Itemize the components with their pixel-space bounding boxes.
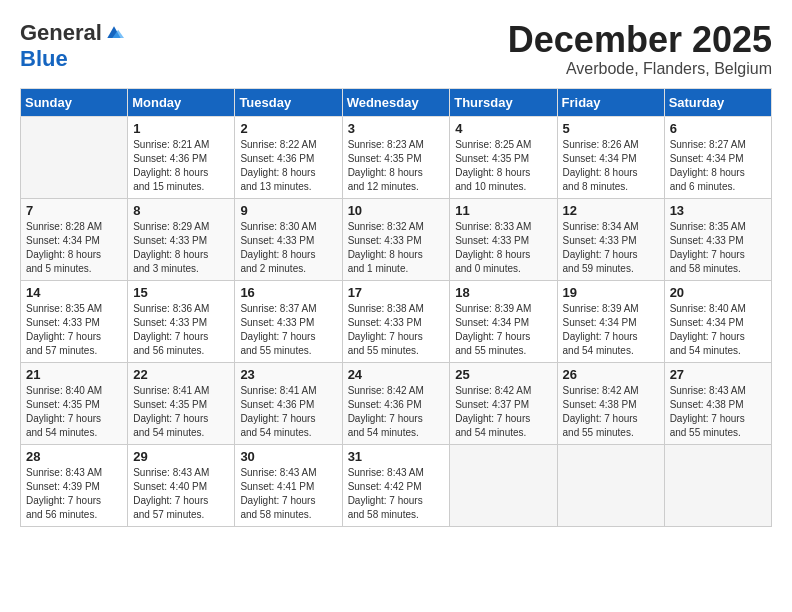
day-number: 1 bbox=[133, 121, 229, 136]
day-number: 7 bbox=[26, 203, 122, 218]
header-monday: Monday bbox=[128, 88, 235, 116]
day-number: 24 bbox=[348, 367, 445, 382]
location-subtitle: Averbode, Flanders, Belgium bbox=[508, 60, 772, 78]
day-number: 28 bbox=[26, 449, 122, 464]
logo: General Blue bbox=[20, 20, 124, 72]
day-number: 20 bbox=[670, 285, 766, 300]
day-info: Sunrise: 8:40 AM Sunset: 4:34 PM Dayligh… bbox=[670, 302, 766, 358]
week-row-1: 1Sunrise: 8:21 AM Sunset: 4:36 PM Daylig… bbox=[21, 116, 772, 198]
day-number: 26 bbox=[563, 367, 659, 382]
calendar-header: SundayMondayTuesdayWednesdayThursdayFrid… bbox=[21, 88, 772, 116]
calendar-cell: 6Sunrise: 8:27 AM Sunset: 4:34 PM Daylig… bbox=[664, 116, 771, 198]
day-number: 13 bbox=[670, 203, 766, 218]
day-number: 22 bbox=[133, 367, 229, 382]
calendar-cell: 20Sunrise: 8:40 AM Sunset: 4:34 PM Dayli… bbox=[664, 280, 771, 362]
header-thursday: Thursday bbox=[450, 88, 557, 116]
calendar-cell: 8Sunrise: 8:29 AM Sunset: 4:33 PM Daylig… bbox=[128, 198, 235, 280]
day-number: 14 bbox=[26, 285, 122, 300]
calendar-cell: 5Sunrise: 8:26 AM Sunset: 4:34 PM Daylig… bbox=[557, 116, 664, 198]
calendar-cell: 18Sunrise: 8:39 AM Sunset: 4:34 PM Dayli… bbox=[450, 280, 557, 362]
day-number: 6 bbox=[670, 121, 766, 136]
calendar-cell: 28Sunrise: 8:43 AM Sunset: 4:39 PM Dayli… bbox=[21, 444, 128, 526]
logo-icon bbox=[104, 23, 124, 43]
day-number: 18 bbox=[455, 285, 551, 300]
day-info: Sunrise: 8:26 AM Sunset: 4:34 PM Dayligh… bbox=[563, 138, 659, 194]
day-number: 23 bbox=[240, 367, 336, 382]
day-number: 30 bbox=[240, 449, 336, 464]
day-number: 10 bbox=[348, 203, 445, 218]
day-info: Sunrise: 8:41 AM Sunset: 4:36 PM Dayligh… bbox=[240, 384, 336, 440]
day-info: Sunrise: 8:42 AM Sunset: 4:38 PM Dayligh… bbox=[563, 384, 659, 440]
week-row-4: 21Sunrise: 8:40 AM Sunset: 4:35 PM Dayli… bbox=[21, 362, 772, 444]
header-friday: Friday bbox=[557, 88, 664, 116]
day-info: Sunrise: 8:37 AM Sunset: 4:33 PM Dayligh… bbox=[240, 302, 336, 358]
header-saturday: Saturday bbox=[664, 88, 771, 116]
title-block: December 2025 Averbode, Flanders, Belgiu… bbox=[508, 20, 772, 78]
day-number: 3 bbox=[348, 121, 445, 136]
day-number: 21 bbox=[26, 367, 122, 382]
day-info: Sunrise: 8:36 AM Sunset: 4:33 PM Dayligh… bbox=[133, 302, 229, 358]
calendar-cell: 27Sunrise: 8:43 AM Sunset: 4:38 PM Dayli… bbox=[664, 362, 771, 444]
day-info: Sunrise: 8:42 AM Sunset: 4:37 PM Dayligh… bbox=[455, 384, 551, 440]
day-info: Sunrise: 8:43 AM Sunset: 4:38 PM Dayligh… bbox=[670, 384, 766, 440]
day-info: Sunrise: 8:28 AM Sunset: 4:34 PM Dayligh… bbox=[26, 220, 122, 276]
day-info: Sunrise: 8:39 AM Sunset: 4:34 PM Dayligh… bbox=[563, 302, 659, 358]
day-number: 12 bbox=[563, 203, 659, 218]
day-number: 25 bbox=[455, 367, 551, 382]
day-number: 16 bbox=[240, 285, 336, 300]
day-info: Sunrise: 8:42 AM Sunset: 4:36 PM Dayligh… bbox=[348, 384, 445, 440]
day-info: Sunrise: 8:21 AM Sunset: 4:36 PM Dayligh… bbox=[133, 138, 229, 194]
calendar-cell: 1Sunrise: 8:21 AM Sunset: 4:36 PM Daylig… bbox=[128, 116, 235, 198]
day-info: Sunrise: 8:43 AM Sunset: 4:40 PM Dayligh… bbox=[133, 466, 229, 522]
calendar-cell: 15Sunrise: 8:36 AM Sunset: 4:33 PM Dayli… bbox=[128, 280, 235, 362]
calendar-cell bbox=[21, 116, 128, 198]
month-title: December 2025 bbox=[508, 20, 772, 60]
day-number: 17 bbox=[348, 285, 445, 300]
calendar-table: SundayMondayTuesdayWednesdayThursdayFrid… bbox=[20, 88, 772, 527]
day-info: Sunrise: 8:40 AM Sunset: 4:35 PM Dayligh… bbox=[26, 384, 122, 440]
day-info: Sunrise: 8:41 AM Sunset: 4:35 PM Dayligh… bbox=[133, 384, 229, 440]
header-sunday: Sunday bbox=[21, 88, 128, 116]
day-number: 15 bbox=[133, 285, 229, 300]
page-header: General Blue December 2025 Averbode, Fla… bbox=[20, 20, 772, 78]
calendar-cell: 11Sunrise: 8:33 AM Sunset: 4:33 PM Dayli… bbox=[450, 198, 557, 280]
day-number: 2 bbox=[240, 121, 336, 136]
day-info: Sunrise: 8:34 AM Sunset: 4:33 PM Dayligh… bbox=[563, 220, 659, 276]
day-info: Sunrise: 8:35 AM Sunset: 4:33 PM Dayligh… bbox=[670, 220, 766, 276]
calendar-cell: 10Sunrise: 8:32 AM Sunset: 4:33 PM Dayli… bbox=[342, 198, 450, 280]
week-row-2: 7Sunrise: 8:28 AM Sunset: 4:34 PM Daylig… bbox=[21, 198, 772, 280]
day-info: Sunrise: 8:23 AM Sunset: 4:35 PM Dayligh… bbox=[348, 138, 445, 194]
calendar-cell: 14Sunrise: 8:35 AM Sunset: 4:33 PM Dayli… bbox=[21, 280, 128, 362]
day-info: Sunrise: 8:25 AM Sunset: 4:35 PM Dayligh… bbox=[455, 138, 551, 194]
day-info: Sunrise: 8:30 AM Sunset: 4:33 PM Dayligh… bbox=[240, 220, 336, 276]
calendar-cell: 12Sunrise: 8:34 AM Sunset: 4:33 PM Dayli… bbox=[557, 198, 664, 280]
day-info: Sunrise: 8:32 AM Sunset: 4:33 PM Dayligh… bbox=[348, 220, 445, 276]
day-info: Sunrise: 8:27 AM Sunset: 4:34 PM Dayligh… bbox=[670, 138, 766, 194]
day-number: 27 bbox=[670, 367, 766, 382]
calendar-cell: 7Sunrise: 8:28 AM Sunset: 4:34 PM Daylig… bbox=[21, 198, 128, 280]
day-number: 4 bbox=[455, 121, 551, 136]
day-info: Sunrise: 8:35 AM Sunset: 4:33 PM Dayligh… bbox=[26, 302, 122, 358]
day-number: 5 bbox=[563, 121, 659, 136]
calendar-cell: 16Sunrise: 8:37 AM Sunset: 4:33 PM Dayli… bbox=[235, 280, 342, 362]
header-wednesday: Wednesday bbox=[342, 88, 450, 116]
calendar-cell: 29Sunrise: 8:43 AM Sunset: 4:40 PM Dayli… bbox=[128, 444, 235, 526]
day-number: 29 bbox=[133, 449, 229, 464]
calendar-cell: 19Sunrise: 8:39 AM Sunset: 4:34 PM Dayli… bbox=[557, 280, 664, 362]
calendar-cell: 24Sunrise: 8:42 AM Sunset: 4:36 PM Dayli… bbox=[342, 362, 450, 444]
day-info: Sunrise: 8:22 AM Sunset: 4:36 PM Dayligh… bbox=[240, 138, 336, 194]
calendar-cell: 25Sunrise: 8:42 AM Sunset: 4:37 PM Dayli… bbox=[450, 362, 557, 444]
calendar-cell: 22Sunrise: 8:41 AM Sunset: 4:35 PM Dayli… bbox=[128, 362, 235, 444]
calendar-cell bbox=[664, 444, 771, 526]
day-info: Sunrise: 8:33 AM Sunset: 4:33 PM Dayligh… bbox=[455, 220, 551, 276]
day-number: 31 bbox=[348, 449, 445, 464]
week-row-3: 14Sunrise: 8:35 AM Sunset: 4:33 PM Dayli… bbox=[21, 280, 772, 362]
calendar-cell bbox=[557, 444, 664, 526]
day-number: 8 bbox=[133, 203, 229, 218]
day-number: 9 bbox=[240, 203, 336, 218]
calendar-cell: 13Sunrise: 8:35 AM Sunset: 4:33 PM Dayli… bbox=[664, 198, 771, 280]
header-tuesday: Tuesday bbox=[235, 88, 342, 116]
day-info: Sunrise: 8:43 AM Sunset: 4:41 PM Dayligh… bbox=[240, 466, 336, 522]
day-info: Sunrise: 8:43 AM Sunset: 4:39 PM Dayligh… bbox=[26, 466, 122, 522]
calendar-cell: 9Sunrise: 8:30 AM Sunset: 4:33 PM Daylig… bbox=[235, 198, 342, 280]
